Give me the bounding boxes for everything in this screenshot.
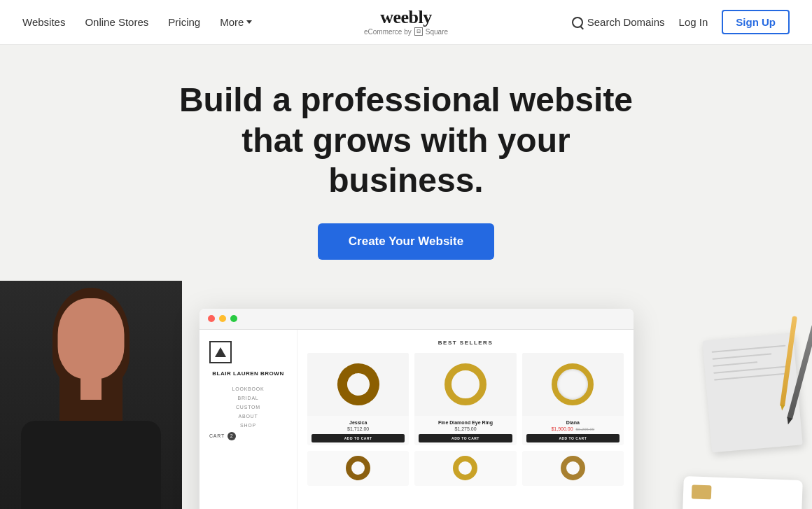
- product-card-small-3: [522, 451, 624, 486]
- main-nav: Websites Online Stores Pricing More: [22, 16, 252, 28]
- notebook-line: [713, 361, 757, 367]
- product-info-3: Diana $1,900.00 $3,295.00 ADD TO CART: [522, 416, 624, 445]
- nav-online-stores[interactable]: Online Stores: [85, 16, 148, 28]
- browser-bar: [200, 309, 634, 330]
- login-link[interactable]: Log In: [679, 16, 708, 28]
- ring-image-1: [331, 357, 385, 411]
- mockup-logo-triangle: [215, 347, 226, 357]
- ring-image-2: [444, 363, 486, 405]
- search-icon: [572, 17, 583, 28]
- hero-bottom: BLAIR LAUREN BROWN LOOKBOOK BRIDAL CUSTO…: [0, 295, 812, 509]
- cta-button[interactable]: Create Your Website: [318, 223, 494, 260]
- header: Websites Online Stores Pricing More weeb…: [0, 0, 812, 45]
- hero-section: Build a professional website that grows …: [0, 45, 812, 509]
- ring-image-3: [552, 363, 594, 405]
- nav-websites[interactable]: Websites: [22, 16, 65, 28]
- notebook-line: [712, 344, 786, 352]
- mockup-brand: BLAIR LAUREN BROWN: [209, 370, 287, 377]
- square-icon: ⊡: [414, 27, 423, 36]
- cart-badge: 2: [227, 432, 236, 440]
- product-card-2: Fine Diamond Eye Ring $1,275.00 ADD TO C…: [414, 353, 516, 445]
- mockup-cart: CART 2: [209, 432, 287, 440]
- signup-button[interactable]: Sign Up: [722, 10, 790, 34]
- product-info-1: Jessica $1,712.00 ADD TO CART: [307, 416, 409, 445]
- search-domains-link[interactable]: Search Domains: [572, 16, 665, 28]
- logo-tagline: eCommerce by ⊡ Square: [364, 27, 448, 36]
- product-card-small-1: [307, 451, 409, 486]
- notebook-line: [713, 365, 788, 373]
- browser-dot-green: [230, 315, 237, 322]
- browser-dot-yellow: [219, 315, 226, 322]
- ring-small-2: [453, 456, 477, 480]
- mockup-nav-bridal: BRIDAL: [209, 396, 287, 400]
- product-grid: Jessica $1,712.00 ADD TO CART Fine D: [307, 353, 624, 445]
- mockup-sidebar: BLAIR LAUREN BROWN LOOKBOOK BRIDAL CUSTO…: [200, 330, 298, 509]
- mockup-nav-lookbook: LOOKBOOK: [209, 386, 287, 391]
- browser-mockup: BLAIR LAUREN BROWN LOOKBOOK BRIDAL CUSTO…: [200, 309, 634, 509]
- product-image-2: [414, 353, 516, 416]
- chevron-down-icon: [246, 20, 252, 24]
- product-image-1: [307, 353, 409, 416]
- person-face: [58, 298, 125, 379]
- nav-pricing[interactable]: Pricing: [168, 16, 200, 28]
- product-card-3: Diana $1,900.00 $3,295.00 ADD TO CART: [522, 353, 624, 445]
- person-body: [21, 421, 161, 509]
- add-to-cart-1[interactable]: ADD TO CART: [312, 434, 405, 442]
- mockup-logo: [209, 341, 232, 363]
- ring-small-1: [346, 456, 370, 480]
- nav-more[interactable]: More: [220, 16, 252, 28]
- product-row-2: [307, 451, 624, 486]
- hero-title: Build a professional website that grows …: [168, 80, 644, 201]
- browser-content: BLAIR LAUREN BROWN LOOKBOOK BRIDAL CUSTO…: [200, 330, 634, 509]
- add-to-cart-2[interactable]: ADD TO CART: [419, 434, 512, 442]
- mockup-main: BEST SELLERS Jessica $1,712.00 ADD TO CA…: [298, 330, 634, 509]
- card-chip: [692, 484, 712, 499]
- best-sellers-label: BEST SELLERS: [307, 340, 624, 346]
- product-card: Jessica $1,712.00 ADD TO CART: [307, 353, 409, 445]
- product-name-2: Fine Diamond Eye Ring: [419, 420, 512, 425]
- ring-small-3: [561, 456, 585, 480]
- browser-dot-red: [208, 315, 215, 322]
- credit-card-art: 4417 1239 5678 ———————: [681, 476, 803, 509]
- product-info-2: Fine Diamond Eye Ring $1,275.00 ADD TO C…: [414, 416, 516, 445]
- pencil-tip: [780, 405, 785, 411]
- logo[interactable]: weebly eCommerce by ⊡ Square: [364, 8, 448, 36]
- original-price: $3,295.00: [576, 427, 595, 431]
- sale-price: $1,900.00: [551, 426, 573, 431]
- mockup-nav-custom: CUSTOM: [209, 405, 287, 410]
- logo-name: weebly: [364, 8, 448, 27]
- person-neck: [80, 372, 102, 400]
- notebook-line: [714, 372, 788, 380]
- add-to-cart-3[interactable]: ADD TO CART: [526, 434, 620, 442]
- mockup-nav-about: ABOUT: [209, 414, 287, 419]
- product-price-2: $1,275.00: [419, 426, 512, 431]
- right-art: 4417 1239 5678 ——————— Blair blairlauren…: [658, 309, 812, 509]
- notebook-line: [712, 353, 771, 359]
- product-image-3: [522, 353, 624, 416]
- person-image: [0, 281, 182, 509]
- product-price-3: $1,900.00 $3,295.00: [526, 426, 620, 431]
- mockup-nav-shop: SHOP: [209, 423, 287, 428]
- product-card-small-2: [414, 451, 516, 486]
- product-name-3: Diana: [526, 420, 620, 425]
- header-actions: Search Domains Log In Sign Up: [572, 10, 790, 34]
- product-price-1: $1,712.00: [312, 426, 405, 431]
- product-name-1: Jessica: [312, 420, 405, 425]
